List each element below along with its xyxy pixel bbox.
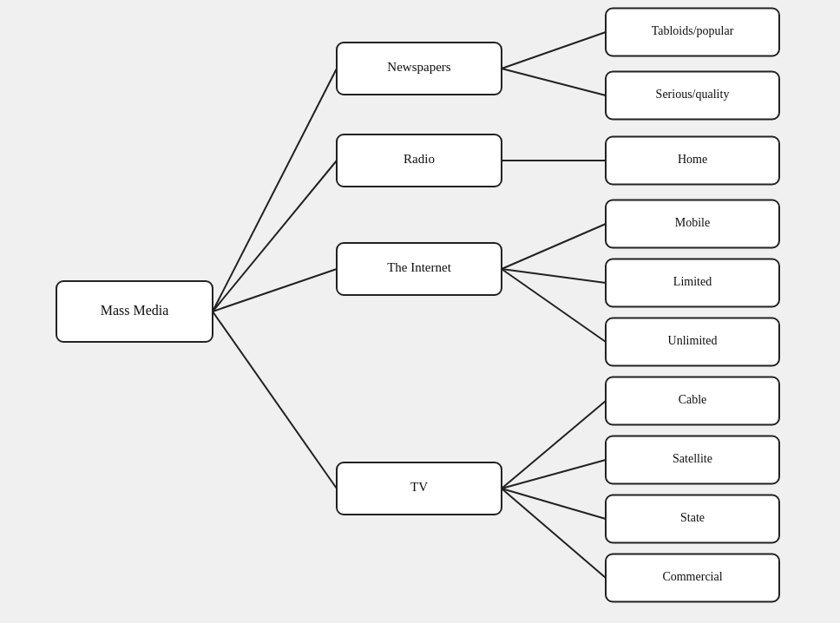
svg-line-10	[502, 401, 606, 489]
svg-text:Mass Media: Mass Media	[101, 303, 169, 318]
svg-line-1	[213, 161, 337, 312]
svg-text:Mobile: Mobile	[675, 216, 710, 229]
svg-line-4	[502, 32, 606, 69]
svg-text:Home: Home	[678, 153, 707, 166]
svg-text:Serious/quality: Serious/quality	[656, 88, 730, 101]
svg-text:Radio: Radio	[404, 152, 435, 166]
svg-line-13	[502, 489, 606, 578]
svg-text:Newspapers: Newspapers	[387, 60, 450, 74]
svg-text:Unlimited: Unlimited	[668, 334, 718, 347]
svg-text:Satellite: Satellite	[673, 452, 712, 465]
svg-line-12	[502, 489, 606, 519]
svg-text:Cable: Cable	[679, 393, 707, 406]
svg-text:TV: TV	[410, 480, 428, 494]
svg-text:Commercial: Commercial	[662, 570, 722, 583]
svg-text:Tabloids/popular: Tabloids/popular	[652, 24, 734, 37]
svg-line-5	[502, 69, 606, 95]
svg-line-3	[213, 312, 337, 489]
svg-line-11	[502, 460, 606, 489]
svg-line-7	[502, 224, 606, 269]
svg-text:State: State	[680, 511, 705, 524]
mind-map-diagram: Mass MediaNewspapersRadioThe InternetTVT…	[0, 0, 840, 623]
svg-text:The Internet: The Internet	[387, 260, 452, 274]
svg-text:Limited: Limited	[673, 275, 712, 288]
